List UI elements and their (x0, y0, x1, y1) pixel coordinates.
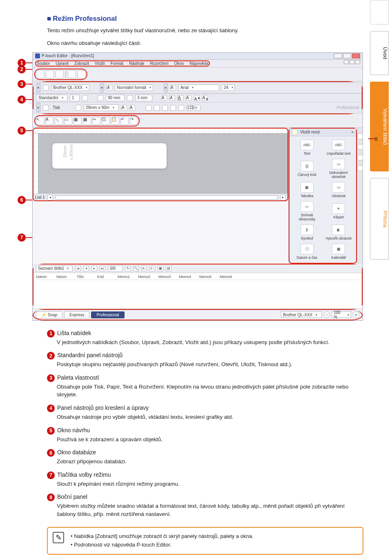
side-tab-uvod[interactable]: Úvod (370, 31, 389, 75)
tool-b-icon[interactable] (357, 144, 363, 150)
side-item-10[interactable]: 🕒Datum a čas (291, 242, 323, 261)
mdi-max-button[interactable] (350, 60, 354, 64)
menu-format[interactable]: Formát (111, 61, 124, 66)
side-item-4[interactable]: ▦Tabulka (291, 180, 323, 200)
textfx-icon[interactable]: A (186, 95, 192, 101)
side-item-0[interactable]: ABCText (291, 138, 323, 157)
side-item-2[interactable]: |||Čárový kód (291, 157, 323, 180)
side-tab-stitky[interactable]: Vytváření štítků (370, 82, 389, 171)
db-sortza-icon[interactable]: Z↓ (149, 266, 155, 271)
menu-soubor[interactable]: Soubor (37, 61, 50, 66)
db-first-icon[interactable]: |◂ (75, 266, 81, 271)
tool-img-icon[interactable] (357, 155, 363, 160)
tape-dropdown[interactable]: 29mm x 90m (84, 104, 119, 111)
save-icon[interactable] (56, 70, 64, 78)
font-dropdown[interactable]: Arial (178, 84, 219, 91)
rect-tool-icon[interactable]: ▭ (64, 117, 72, 125)
redo-icon[interactable]: ↷ (130, 117, 138, 125)
height-field[interactable]: 3 mm (135, 95, 152, 101)
align-j-icon[interactable] (170, 105, 176, 111)
insert-new-icon[interactable] (292, 129, 298, 135)
print-icon[interactable] (78, 70, 86, 78)
mdi-close-button[interactable] (355, 60, 360, 64)
cut-icon[interactable]: ✂ (92, 117, 100, 125)
italic-icon[interactable]: A (169, 95, 175, 101)
open-icon[interactable] (46, 70, 54, 78)
side-item-3[interactable]: ▭Dekorativní rámeček (323, 157, 355, 180)
mode-snap-button[interactable]: ⚡Snap (36, 311, 62, 318)
orient-icon[interactable]: A (121, 105, 127, 111)
size-up-icon[interactable]: A▲ (194, 95, 200, 101)
width-field[interactable]: 90 mm (106, 95, 125, 101)
bold-icon[interactable]: A (161, 95, 167, 101)
zoom-out-button[interactable]: − (323, 311, 330, 318)
menu-upravit[interactable]: Upravit (56, 61, 69, 66)
menu-vlozit[interactable]: Vložit (95, 61, 105, 66)
palette-toggle-1[interactable]: ▸ (36, 83, 40, 92)
db-col[interactable]: Datum (36, 275, 54, 279)
maximize-button[interactable] (343, 53, 351, 58)
library-icon[interactable] (68, 70, 76, 78)
db-sortaz-icon[interactable]: A↓ (141, 266, 147, 271)
side-item-11[interactable]: ▦Kalendář (323, 242, 355, 261)
palette-toggle-tisk[interactable]: ▸ (36, 103, 40, 112)
db-col[interactable]: Tělo (77, 275, 95, 279)
align-c-icon[interactable] (154, 105, 160, 111)
mdi-min-button[interactable] (344, 60, 349, 64)
underline-icon[interactable]: A (178, 95, 183, 101)
db-col[interactable]: Memo6 (220, 275, 238, 279)
side-item-6[interactable]: ▭Snímek obrazovky (291, 200, 323, 223)
mode-express-button[interactable]: Express (64, 311, 89, 318)
new-icon[interactable] (36, 70, 44, 78)
copy-icon[interactable]: ⿻ (102, 117, 110, 125)
db-table-dropdown[interactable]: Seznam štítků (36, 265, 73, 272)
db-col[interactable]: Memo2 (138, 275, 156, 279)
menu-okno[interactable]: Okno (174, 61, 184, 66)
indent-icon[interactable] (178, 105, 184, 111)
text-tool-icon[interactable]: A (45, 117, 53, 125)
fill-tool-icon[interactable]: ▦ (74, 117, 82, 125)
side-item-8[interactable]: βSymbol (291, 223, 323, 242)
side-expand-icon[interactable]: » (351, 130, 354, 134)
menu-napoveda[interactable]: Nápověda (189, 61, 208, 66)
side-item-7[interactable]: ✶Klipart (323, 200, 355, 223)
font-size-dropdown[interactable]: 24 (222, 84, 235, 91)
stepper-icon[interactable] (82, 95, 88, 101)
preset-dropdown[interactable]: Standardní (36, 95, 67, 101)
count-field[interactable]: 1 (70, 95, 80, 101)
db-prev-icon[interactable]: ◂ (83, 266, 89, 271)
side-tab-priloha[interactable]: Příloha (370, 178, 389, 260)
printer-dropdown[interactable]: Brother QL-XXX (51, 84, 89, 91)
db-last-icon[interactable]: ▸| (100, 266, 105, 271)
zoom-dropdown[interactable]: 100 % (332, 311, 351, 318)
db-col[interactable]: Memo3 (158, 275, 176, 279)
side-item-1[interactable]: ABCUspořádat text (323, 138, 355, 157)
zoom-in-button[interactable]: + (353, 311, 359, 318)
side-item-9[interactable]: ◐Vytvořit obrázek (323, 223, 355, 242)
menu-nastroje[interactable]: Nástroje (129, 61, 144, 66)
orient-v-icon[interactable]: A (129, 105, 135, 111)
format-dropdown[interactable]: Normální formát (115, 84, 153, 91)
paste-icon[interactable]: 📋 (111, 117, 119, 125)
palette-toggle-3[interactable]: ▸ (164, 83, 168, 92)
arrow-tool-icon[interactable]: ↖ (36, 117, 44, 125)
menu-zobrazit[interactable]: Zobrazit (74, 61, 89, 66)
db-grid[interactable]: DatumNázevTěloKódMemo1Memo2Memo3Memo4Mem… (33, 273, 362, 309)
undo-icon[interactable]: ↶ (120, 117, 129, 125)
minimize-button[interactable] (334, 53, 342, 58)
status-printer-dropdown[interactable]: Brother QL-XXX (281, 311, 322, 318)
close-button[interactable] (352, 53, 360, 58)
db-col[interactable]: Memo4 (179, 275, 197, 279)
db-grid2-icon[interactable]: ▤ (166, 266, 172, 271)
numbering-icon[interactable]: 123 (187, 105, 192, 111)
tool-c-icon[interactable] (357, 165, 363, 171)
db-zoom-icon[interactable]: 🔍 (133, 266, 139, 271)
side-item-5[interactable]: ▭Obrázek (323, 180, 355, 200)
palette-toggle-2[interactable]: ▸ (100, 83, 104, 92)
db-grid1-icon[interactable]: ▦ (158, 266, 163, 271)
db-next-icon[interactable]: ▸ (91, 266, 97, 271)
db-col[interactable]: Memo5 (199, 275, 217, 279)
tool-a-icon[interactable] (357, 133, 363, 139)
line-tool-icon[interactable]: ＼ (55, 117, 63, 125)
db-col[interactable]: Kód (97, 275, 115, 279)
